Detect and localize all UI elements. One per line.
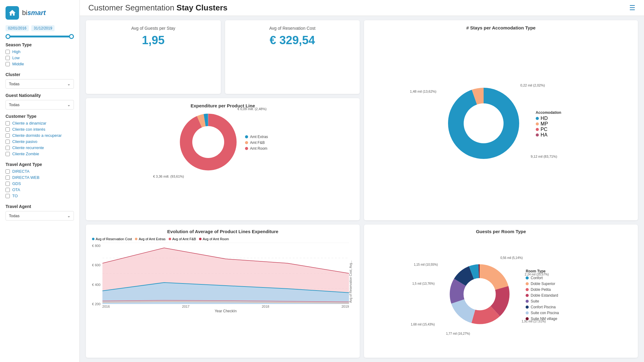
agent-ota-checkbox[interactable] <box>6 188 10 192</box>
date-range: 02/01/2016 31/12/2019 <box>6 25 74 31</box>
customer-dormido[interactable]: Cliente dormido a recuperar <box>6 133 74 138</box>
guest-nationality-label: Guest Nationality <box>6 93 74 98</box>
extras-evol-dot <box>135 238 137 240</box>
customer-zombie[interactable]: Cliente Zombie <box>6 152 74 156</box>
season-high-checkbox[interactable] <box>6 50 10 54</box>
customer-type-label: Customer Type <box>6 114 74 119</box>
x-2016: 2016 <box>102 305 110 308</box>
customer-pasivo[interactable]: Cliente pasivo <box>6 139 74 144</box>
logo-area: bismart <box>6 6 74 20</box>
guests-doble-pet: Doble Petita <box>526 287 559 292</box>
stays-legend-ha: HA <box>536 132 561 138</box>
chevron-down-icon-3: ⌄ <box>67 214 71 218</box>
x-axis-label: Year CheckIn <box>102 309 349 313</box>
season-middle-checkbox[interactable] <box>6 62 10 66</box>
kpi-guests-value: 1,95 <box>93 34 214 47</box>
agent-gds[interactable]: GDS <box>6 181 74 186</box>
suite-piscina-dot <box>526 311 529 314</box>
confort-label: Confort <box>531 276 542 280</box>
season-type-label: Season Type <box>6 42 74 47</box>
agent-to-label: TO <box>12 194 18 198</box>
customer-interes[interactable]: Cliente con interés <box>6 127 74 132</box>
fb-dot <box>245 141 248 144</box>
hamburger-icon[interactable]: ☰ <box>629 4 635 12</box>
agent-to-checkbox[interactable] <box>6 194 10 198</box>
customer-dinamizar-label: Cliente a dinamizar <box>12 121 46 125</box>
guests-doble-est: Doble Estandard <box>526 293 559 298</box>
customer-interes-checkbox[interactable] <box>6 127 10 132</box>
guests-suite: Suite <box>526 299 559 303</box>
agent-directa-web[interactable]: DIRECTA WEB <box>6 175 74 180</box>
customer-dinamizar[interactable]: Cliente a dinamizar <box>6 121 74 125</box>
cluster-label: Cluster <box>6 72 74 77</box>
reserv-dot <box>92 238 94 240</box>
evolution-title: Evolution of Average of Product Lines Ex… <box>92 229 354 234</box>
travel-agent-type-filter: Travel Agent Type DIRECTA DIRECTA WEB GD… <box>6 162 74 200</box>
svg-point-8 <box>192 126 224 158</box>
expenditure-donut-container: € 0,09 mill. (2,48%) € 3,36 mill. (93,61… <box>91 111 355 174</box>
suite-label: Suite <box>531 299 539 303</box>
exp-label-top: € 0,09 mill. (2,48%) <box>237 107 266 111</box>
slider-thumb-right[interactable] <box>69 34 74 39</box>
agent-directa[interactable]: DIRECTA <box>6 169 74 174</box>
page-title: Customer Segmentation Stay Clusters <box>88 3 228 13</box>
room-label: Amt Room <box>250 146 267 151</box>
guests-donut-chart <box>443 257 516 331</box>
guests-label-3: 1,5 mil (13,76%) <box>412 282 435 285</box>
travel-agent-filter: Travel Agent Todas ⌄ <box>6 204 74 221</box>
stays-donut-wrap: 0,22 mil (2,02%) 1,48 mil (13,62%) 9,12 … <box>441 80 527 168</box>
stays-label-3: 9,12 mil (83,71%) <box>531 155 557 158</box>
season-middle-label: Middle <box>12 62 24 66</box>
season-middle[interactable]: Middle <box>6 62 74 66</box>
y-600: € 600 <box>92 263 101 267</box>
season-high[interactable]: High <box>6 49 74 54</box>
travel-agent-dropdown[interactable]: Todas ⌄ <box>6 211 74 221</box>
season-low-checkbox[interactable] <box>6 56 10 60</box>
stays-donut-chart <box>441 80 527 166</box>
customer-dinamizar-checkbox[interactable] <box>6 121 10 125</box>
slider-thumb-left[interactable] <box>6 34 10 39</box>
customer-recurrente-checkbox[interactable] <box>6 146 10 150</box>
season-low[interactable]: Low <box>6 56 74 60</box>
customer-zombie-checkbox[interactable] <box>6 152 10 156</box>
kpi-cost-value: € 329,54 <box>232 34 353 47</box>
stays-legend-mp: MP <box>536 121 561 127</box>
guests-donut-wrap: 0,56 mil (5,14%) 1,15 mil (10,55%) 1,5 m… <box>443 257 516 332</box>
home-icon[interactable] <box>6 6 19 20</box>
doble-pet-label: Doble Petita <box>531 287 550 292</box>
agent-directa-web-checkbox[interactable] <box>6 175 10 180</box>
agent-to[interactable]: TO <box>6 194 74 198</box>
chevron-down-icon-2: ⌄ <box>67 102 71 107</box>
stays-legend-pc: PC <box>536 127 561 132</box>
chevron-down-icon: ⌄ <box>67 82 71 86</box>
agent-gds-label: GDS <box>12 181 21 186</box>
x-2017: 2017 <box>182 305 190 308</box>
guests-card: Guests per Room Type <box>364 225 638 358</box>
stays-card: # Stays per Accomodation Type 0,22 mil (… <box>364 20 638 220</box>
guest-nationality-dropdown[interactable]: Todas ⌄ <box>6 100 74 110</box>
date-slider[interactable] <box>6 36 74 37</box>
customer-pasivo-checkbox[interactable] <box>6 140 10 144</box>
customer-dormido-checkbox[interactable] <box>6 133 10 138</box>
stays-label-2: 1,48 mil (13,62%) <box>410 90 436 93</box>
evol-fb: Avg of Amt F&B <box>169 237 196 241</box>
travel-agent-label: Travel Agent <box>6 204 74 209</box>
agent-directa-checkbox[interactable] <box>6 169 10 174</box>
cluster-dropdown[interactable]: Todas ⌄ <box>6 79 74 89</box>
sidebar: bismart 02/01/2016 31/12/2019 Season Typ… <box>0 0 80 362</box>
evol-room: Avg of Amt Room <box>199 237 229 241</box>
customer-recurrente[interactable]: Cliente recurrente <box>6 145 74 150</box>
extras-dot <box>245 135 248 138</box>
guests-legend: Room Type Confort Doble Superior Doble P… <box>526 269 559 321</box>
doble-est-dot <box>526 294 529 297</box>
brand-name: bismart <box>22 9 46 17</box>
extras-evol-label: Avg of Amt Extras <box>139 237 165 241</box>
agent-gds-checkbox[interactable] <box>6 182 10 186</box>
date-end: 31/12/2019 <box>31 25 55 31</box>
evol-extras: Avg of Amt Extras <box>135 237 165 241</box>
kpi-cost-label: Avg of Reservation Cost <box>232 26 353 31</box>
y-axis: € 800 € 600 € 400 € 200 <box>92 243 102 313</box>
agent-ota[interactable]: OTA <box>6 187 74 192</box>
guests-label-2: 1,15 mil (10,55%) <box>414 263 438 266</box>
suite-piscina-label: Suite con Piscina <box>531 311 559 315</box>
